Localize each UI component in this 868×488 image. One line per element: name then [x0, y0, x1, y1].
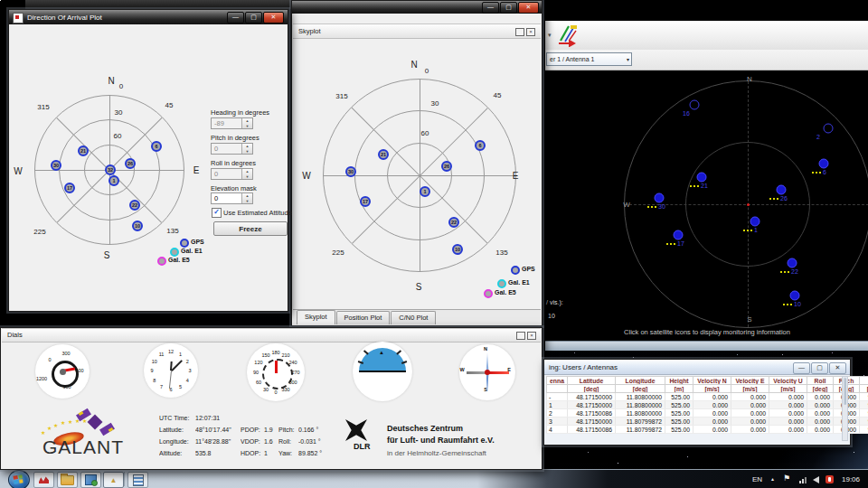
monitor-satellite-10[interactable] [790, 291, 800, 301]
monitor-satellite-16[interactable] [690, 100, 700, 110]
dock-float-icon[interactable] [516, 332, 525, 340]
monitor-satellite-1[interactable] [750, 217, 760, 227]
column-header[interactable]: Velocity U [769, 377, 807, 385]
column-header[interactable]: [m] [665, 385, 693, 393]
taskbar: ▲ EN ▲ ⚑ 19:06 [0, 469, 868, 488]
heading-spinbox[interactable]: -89 ▲▼ [211, 117, 253, 129]
monitor-satellite-6[interactable] [819, 159, 829, 169]
galant-star-icon: ★ [68, 418, 72, 425]
users-antennas-titlebar[interactable]: ing: Users / Antennas — ▢ ✕ [544, 360, 850, 375]
column-header[interactable]: [deg] [807, 385, 834, 393]
legend-dot-gal-e5 [157, 257, 166, 266]
galant-star-icon: ★ [47, 425, 52, 431]
monitor-satellite-label: 1 [743, 227, 758, 233]
roll-value: 0 [214, 170, 218, 178]
dial-tick-label: 60 [256, 380, 261, 385]
monitor-compass-label: W [623, 201, 630, 209]
maximize-button[interactable]: ▢ [811, 362, 828, 374]
dial-tick-label: 150 [261, 352, 269, 358]
dock-close-icon[interactable]: × [527, 332, 536, 340]
pitch-value: 0 [214, 145, 218, 153]
tray-clock[interactable]: 19:06 [842, 475, 860, 483]
column-header[interactable]: Longitude [616, 377, 665, 385]
monitor-satellite-label: 6 [812, 169, 826, 175]
compass-letter: S [484, 387, 487, 392]
table-row[interactable]: 348.1715000011.80799872525.000.0000.0000… [547, 418, 868, 426]
use-estimated-attitude-label: Use Estimated Attitude [223, 209, 292, 217]
monitor-satellite-label: 16 [683, 110, 690, 117]
info-value: 535.8 [195, 450, 241, 462]
tab-skyplot[interactable]: Skyplot [297, 310, 335, 324]
monitor-compass-label: S [747, 315, 751, 324]
column-header[interactable]: [m/s] [693, 385, 731, 393]
taskbar-app4-button[interactable]: ▲ [103, 472, 124, 488]
taskbar-explorer-button[interactable] [57, 472, 78, 488]
tray-volume-icon[interactable] [813, 476, 819, 483]
legend-label: GPS [522, 266, 535, 272]
galant-star-icon: ★ [53, 422, 58, 428]
monitor-satellite-2[interactable] [824, 124, 834, 134]
column-header[interactable]: [deg] [860, 385, 868, 393]
column-header[interactable]: [m/s] [731, 385, 769, 393]
monitor-satellite-label: 10 [783, 301, 801, 307]
column-header[interactable]: Velocity E [731, 377, 769, 385]
bearing-dial: 0306090120150180210240270300330 [247, 343, 305, 401]
tray-network-icon[interactable] [799, 477, 807, 483]
info-label: UTC Time: [159, 415, 195, 427]
table-scrollbar[interactable] [842, 376, 848, 441]
freeze-button[interactable]: Freeze [213, 221, 288, 236]
monitor-satellite-22[interactable] [788, 258, 797, 268]
legend-label: Gal. E1 [508, 279, 530, 286]
monitor-satellite-21[interactable] [697, 173, 707, 183]
column-header[interactable]: enna [547, 377, 568, 385]
taskbar-app5-button[interactable] [127, 472, 148, 488]
column-header[interactable]: Latitude [568, 377, 616, 385]
legend-dot-gal-e1 [497, 279, 506, 288]
taskbar-app1-button[interactable] [33, 472, 54, 488]
folder-icon [61, 475, 74, 485]
start-button[interactable] [8, 470, 30, 488]
clock-number: 9 [150, 368, 153, 373]
elevation-mask-label: Elevation mask [211, 184, 257, 192]
column-header[interactable]: Yaw [860, 377, 868, 385]
column-header[interactable]: [deg] [616, 385, 665, 393]
table-row[interactable]: -48.1715000011.80800000525.000.0000.0000… [547, 393, 868, 401]
taskbar-app3-button[interactable] [80, 472, 101, 488]
roll-label: Roll in degrees [211, 159, 256, 167]
tray-language[interactable]: EN [752, 475, 762, 483]
spin-arrows-icon[interactable]: ▲▼ [241, 193, 252, 203]
monitor-satellite-26[interactable] [777, 185, 787, 195]
antennas-table[interactable]: ennaLatitudeLongitudeHeightVelocity NVel… [546, 376, 868, 434]
column-header[interactable] [547, 385, 568, 393]
table-row[interactable]: 148.1715000011.80800000525.000.0000.0000… [547, 401, 868, 409]
table-row[interactable]: 448.1715008611.80799872525.000.0000.0000… [547, 426, 868, 434]
pitch-spinbox[interactable]: 0 ▲▼ [211, 143, 253, 155]
info-value [264, 415, 278, 427]
table-row[interactable]: 248.1715008611.80800000525.000.0000.0000… [547, 409, 868, 418]
close-button[interactable]: ✕ [829, 362, 846, 374]
column-header[interactable]: Velocity N [693, 377, 731, 385]
spin-arrows-icon[interactable]: ▲▼ [241, 118, 252, 128]
pitch-label: Pitch in degrees [211, 134, 259, 142]
heading-label: Heading in degrees [211, 108, 269, 117]
roll-spinbox[interactable]: 0 ▲▼ [211, 168, 253, 180]
tray-action-center-icon[interactable]: ⚑ [783, 474, 790, 483]
monitor-satellite-17[interactable] [674, 230, 684, 240]
elevation-mask-spinbox[interactable]: 0 ▲▼ [211, 192, 253, 204]
column-header[interactable]: [m/s] [769, 385, 807, 393]
legend-dot-gal-e1 [170, 248, 179, 257]
satellite-monitor-window: ▾ er 1 / Antenna 1 ▾ NWS1626212630 [544, 0, 868, 349]
column-header[interactable]: Roll [807, 377, 834, 385]
tab-c-n0-plot[interactable]: C/N0 Plot [391, 311, 436, 324]
tray-show-hidden-icon[interactable]: ▲ [770, 476, 775, 482]
column-header[interactable]: Height [665, 377, 693, 385]
monitor-satellite-30[interactable] [655, 193, 665, 203]
spin-arrows-icon[interactable]: ▲▼ [241, 169, 252, 179]
use-estimated-attitude-checkbox[interactable]: ✓ [212, 208, 222, 218]
spin-arrows-icon[interactable]: ▲▼ [241, 144, 252, 154]
wallpaper-stars [0, 0, 1, 1]
column-header[interactable]: [deg] [568, 385, 616, 393]
tray-alert-icon[interactable] [826, 475, 834, 483]
minimize-button[interactable]: — [793, 362, 810, 374]
tab-position-plot[interactable]: Position Plot [336, 311, 391, 324]
